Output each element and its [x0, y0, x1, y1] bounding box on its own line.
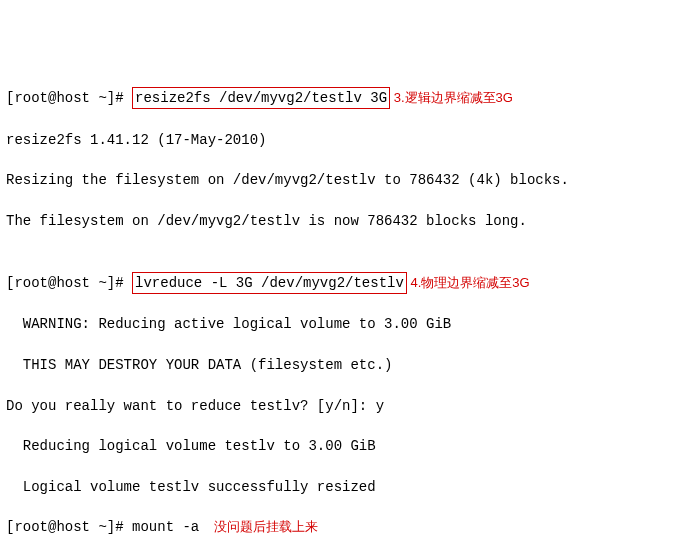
- shell-prompt: [root@host ~]#: [6, 90, 132, 106]
- output-line: Reducing logical volume testlv to 3.00 G…: [6, 436, 693, 456]
- output-line: Logical volume testlv successfully resiz…: [6, 477, 693, 497]
- cmd-line-3: [root@host ~]# mount -a 没问题后挂载上来: [6, 517, 693, 537]
- shell-prompt: [root@host ~]#: [6, 519, 132, 535]
- output-line: resize2fs 1.41.12 (17-May-2010): [6, 130, 693, 150]
- annotation-mount: 没问题后挂载上来: [199, 519, 317, 534]
- cmd-line-2: [root@host ~]# lvreduce -L 3G /dev/myvg2…: [6, 272, 693, 294]
- cmd-mount-a: mount -a: [132, 519, 199, 535]
- output-line: Do you really want to reduce testlv? [y/…: [6, 396, 693, 416]
- highlight-cmd-resize2fs: resize2fs /dev/myvg2/testlv 3G: [132, 87, 390, 109]
- shell-prompt: [root@host ~]#: [6, 275, 132, 291]
- output-line: THIS MAY DESTROY YOUR DATA (filesystem e…: [6, 355, 693, 375]
- output-line: Resizing the filesystem on /dev/myvg2/te…: [6, 170, 693, 190]
- annotation-4: 4.物理边界缩减至3G: [407, 275, 530, 290]
- cmd-line-1: [root@host ~]# resize2fs /dev/myvg2/test…: [6, 87, 693, 109]
- output-line: The filesystem on /dev/myvg2/testlv is n…: [6, 211, 693, 231]
- output-line: WARNING: Reducing active logical volume …: [6, 314, 693, 334]
- annotation-3: 3.逻辑边界缩减至3G: [390, 90, 513, 105]
- highlight-cmd-lvreduce: lvreduce -L 3G /dev/myvg2/testlv: [132, 272, 407, 294]
